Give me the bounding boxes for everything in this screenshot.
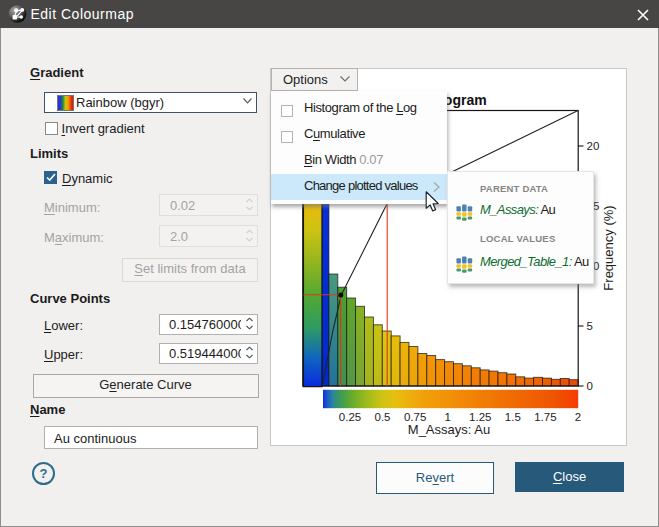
svg-text:2: 2 (575, 411, 581, 423)
svg-text:20: 20 (587, 140, 600, 152)
svg-text:M_Assays: Au: M_Assays: Au (408, 422, 490, 437)
svg-text:5: 5 (587, 320, 593, 332)
svg-text:1.5: 1.5 (505, 411, 521, 423)
svg-text:Frequency (%): Frequency (%) (601, 205, 616, 290)
svg-text:0.5: 0.5 (375, 411, 391, 423)
svg-text:0: 0 (587, 380, 593, 392)
svg-text:0.25: 0.25 (339, 411, 361, 423)
svg-text:1.75: 1.75 (534, 411, 556, 423)
